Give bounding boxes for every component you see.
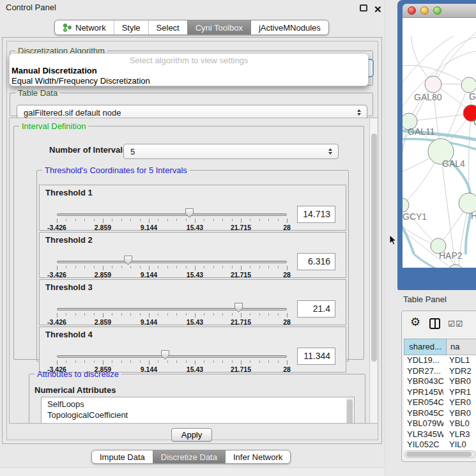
table-row[interactable]: YER054CYER0 xyxy=(404,397,476,408)
cell-shared-name: YDR27... xyxy=(404,366,443,377)
tick-mark xyxy=(66,266,66,268)
tick-label: 28 xyxy=(283,271,291,279)
cell-name: YBL0 xyxy=(443,418,470,429)
cell-shared-name: YDL19... xyxy=(404,355,443,366)
slider-thumb[interactable] xyxy=(185,208,194,219)
scrollbar-thumb[interactable] xyxy=(406,452,472,457)
cell-name: YBR0 xyxy=(443,408,471,419)
list-item-betweennesscentrality[interactable]: BetweennessCentrality xyxy=(42,420,354,424)
tick-mark xyxy=(167,219,168,221)
column-header-name[interactable]: na xyxy=(447,339,476,355)
network-node[interactable] xyxy=(403,198,409,212)
table-row[interactable]: YBR045CYBR0 xyxy=(404,408,476,419)
zoom-window-icon[interactable] xyxy=(433,6,441,15)
tick-mark xyxy=(250,313,250,316)
network-edge-thick[interactable] xyxy=(403,221,414,254)
network-node[interactable] xyxy=(448,265,463,268)
tab-jactivemnodules[interactable]: jActiveMNodules xyxy=(250,20,328,35)
dropdown-option-equal-width-frequency[interactable]: Equal Width/Frequency Discretization xyxy=(12,76,150,86)
slider-ticks xyxy=(57,219,287,224)
threshold-slider[interactable]: -3.4262.8599.14415.4321.71528 xyxy=(57,185,287,231)
close-panel-button[interactable]: ✕ xyxy=(374,2,382,17)
tick-mark xyxy=(186,313,187,316)
list-item-selfloops[interactable]: SelfLoops xyxy=(42,399,354,410)
dropdown-option-manual-discretization[interactable]: Manual Discretization xyxy=(12,66,97,75)
control-panel-titlebar: Control Panel ✕ xyxy=(0,0,385,15)
table-row[interactable]: YIL052CYIL0 xyxy=(404,440,476,450)
list-item-topologicalcoefficient[interactable]: TopologicalCoefficient xyxy=(42,410,354,420)
network-node[interactable] xyxy=(461,77,476,93)
slider-track[interactable] xyxy=(57,261,287,263)
column-header-shared-name[interactable]: shared... xyxy=(404,339,447,355)
slider-track[interactable] xyxy=(57,355,287,358)
scrollbar-thumb[interactable] xyxy=(371,134,377,362)
gear-icon[interactable]: ⚙ xyxy=(410,316,420,328)
slider-thumb[interactable] xyxy=(123,255,133,266)
tick-mark xyxy=(158,313,158,316)
minimize-window-icon[interactable] xyxy=(420,6,429,15)
bottom-tab-bar: Impute DataDiscretize DataInfer Network xyxy=(91,450,291,464)
table-row[interactable]: YPR145WYPR1 xyxy=(404,387,476,398)
cell-name: YDR2 xyxy=(443,366,472,377)
horizontal-scrollbar[interactable] xyxy=(404,450,476,458)
tick-label: -3.426 xyxy=(47,271,66,279)
threshold-slider[interactable]: -3.4262.8599.14415.4321.71528 xyxy=(57,327,287,372)
tick-mark xyxy=(75,360,76,363)
tab-select[interactable]: Select xyxy=(148,20,187,35)
tick-mark xyxy=(222,313,223,316)
threshold-value-field[interactable]: 6.316 xyxy=(297,253,335,270)
close-window-icon[interactable] xyxy=(408,6,416,15)
slider-track[interactable] xyxy=(57,213,287,216)
bottom-tab-impute-data[interactable]: Impute Data xyxy=(92,450,153,463)
threshold-slider[interactable]: -3.4262.8599.14415.4321.71528 xyxy=(57,233,287,278)
thresholds-group: Threshold's Coordinates for 5 Intervals … xyxy=(36,165,349,362)
numerical-attributes-list[interactable]: SelfLoopsTopologicalCoefficientBetweenne… xyxy=(41,397,355,424)
threshold-value-field[interactable]: 14.713 xyxy=(297,206,335,223)
cell-shared-name: YPR145W xyxy=(404,387,443,398)
tick-mark xyxy=(103,360,104,365)
table-row[interactable]: YDR27...YDR2 xyxy=(404,366,476,377)
tab-network[interactable]: Network xyxy=(55,20,114,35)
tick-mark xyxy=(278,219,279,221)
network-node[interactable] xyxy=(425,76,441,93)
table-row[interactable]: YDL19...YDL1 xyxy=(404,355,476,366)
tab-label: jActiveMNodules xyxy=(259,23,321,33)
apply-button[interactable]: Apply xyxy=(171,428,212,441)
table-row[interactable]: YBR043CYBR0 xyxy=(404,376,476,387)
tab-label: Network xyxy=(75,23,106,33)
table-row[interactable]: YLR345WYLR3 xyxy=(404,429,476,440)
table-row[interactable]: YBL079WYBL0 xyxy=(404,418,476,429)
tick-mark xyxy=(204,219,204,221)
tick-mark xyxy=(66,313,66,316)
list-scrollbar[interactable] xyxy=(346,398,353,424)
slider-track[interactable] xyxy=(57,308,287,311)
tick-mark xyxy=(130,266,131,268)
bottom-tab-discretize-data[interactable]: Discretize Data xyxy=(153,450,225,463)
tab-cyni-toolbox[interactable]: Cyni Toolbox xyxy=(187,20,250,35)
vertical-scrollbar[interactable] xyxy=(369,118,378,423)
threshold-value-field[interactable]: 11.344 xyxy=(297,348,335,365)
split-columns-icon[interactable] xyxy=(429,318,440,329)
tick-mark xyxy=(130,313,131,316)
network-edge[interactable] xyxy=(409,113,472,121)
slider-thumb[interactable] xyxy=(160,349,170,360)
numerical-attributes-label: Numerical Attributes xyxy=(35,385,116,395)
slider-thumb[interactable] xyxy=(234,302,243,313)
network-canvas[interactable]: GAL80G.CGAL11GAL4GCY1HHAP2 xyxy=(403,18,476,268)
tick-mark xyxy=(268,360,269,363)
tick-mark xyxy=(195,360,196,365)
table-rows: YDL19...YDL1YDR27...YDR2YBR043CYBR0YPR14… xyxy=(404,355,476,450)
threshold-value-field[interactable]: 21.4 xyxy=(297,300,335,318)
number-of-intervals-select[interactable]: 5 xyxy=(123,144,339,159)
threshold-slider[interactable]: -3.4262.8599.14415.4321.71528 xyxy=(57,280,287,325)
float-panel-button[interactable] xyxy=(360,4,367,12)
tick-mark xyxy=(103,219,104,223)
network-window-titlebar[interactable] xyxy=(403,4,476,18)
tab-style[interactable]: Style xyxy=(114,20,148,35)
scrollbar-thumb[interactable] xyxy=(347,399,353,424)
tick-label: 2.859 xyxy=(95,318,111,326)
tick-mark xyxy=(121,219,122,221)
interval-definition-group: Interval Definition Number of Intervals … xyxy=(13,121,364,360)
bottom-tab-infer-network[interactable]: Infer Network xyxy=(225,450,290,463)
column-checkboxes-icon[interactable]: ☑☑ xyxy=(448,319,463,328)
